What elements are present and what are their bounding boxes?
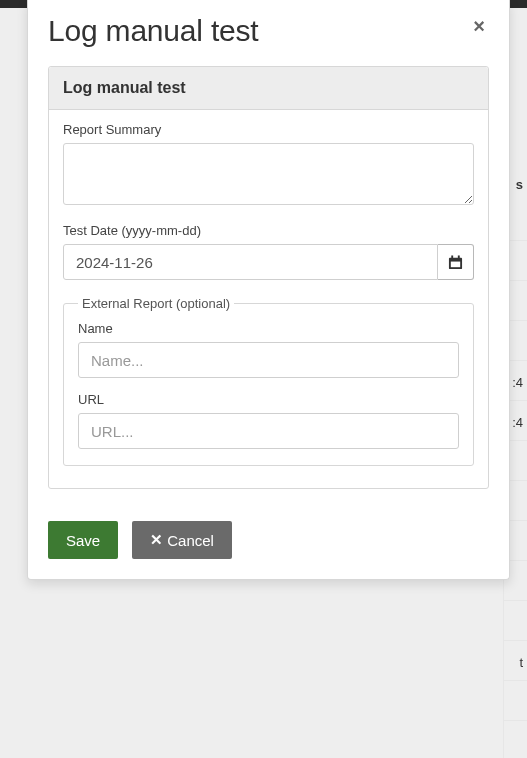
cancel-x-icon: ✕ bbox=[150, 531, 163, 549]
external-report-fieldset: External Report (optional) Name URL bbox=[63, 296, 474, 466]
form-panel: Log manual test Report Summary Test Date… bbox=[48, 66, 489, 489]
background-cell-fragment: t bbox=[519, 655, 523, 670]
cancel-button-label: Cancel bbox=[167, 532, 214, 549]
modal-footer: Save ✕ Cancel bbox=[28, 489, 509, 559]
test-date-label: Test Date (yyyy-mm-dd) bbox=[63, 223, 474, 238]
url-input[interactable] bbox=[78, 413, 459, 449]
close-icon: × bbox=[473, 15, 485, 37]
cancel-button[interactable]: ✕ Cancel bbox=[132, 521, 232, 559]
url-label: URL bbox=[78, 392, 459, 407]
svg-rect-3 bbox=[458, 255, 460, 259]
save-button-label: Save bbox=[66, 532, 100, 549]
background-cell-fragment: :4 bbox=[512, 415, 523, 430]
report-summary-group: Report Summary bbox=[63, 122, 474, 209]
test-date-group: Test Date (yyyy-mm-dd) bbox=[63, 223, 474, 280]
background-header-fragment: s bbox=[516, 177, 523, 192]
svg-rect-1 bbox=[451, 261, 460, 267]
background-cell-fragment: :4 bbox=[512, 375, 523, 390]
modal-body: Log manual test Report Summary Test Date… bbox=[28, 66, 509, 489]
panel-body: Report Summary Test Date (yyyy-mm-dd) bbox=[49, 110, 488, 488]
close-button[interactable]: × bbox=[469, 14, 489, 38]
date-picker-button[interactable] bbox=[438, 244, 474, 280]
svg-rect-2 bbox=[451, 255, 453, 259]
test-date-input[interactable] bbox=[63, 244, 438, 280]
name-group: Name bbox=[78, 321, 459, 378]
name-label: Name bbox=[78, 321, 459, 336]
name-input[interactable] bbox=[78, 342, 459, 378]
panel-heading: Log manual test bbox=[49, 67, 488, 110]
save-button[interactable]: Save bbox=[48, 521, 118, 559]
external-report-legend: External Report (optional) bbox=[78, 296, 234, 311]
report-summary-textarea[interactable] bbox=[63, 143, 474, 205]
report-summary-label: Report Summary bbox=[63, 122, 474, 137]
modal-header: Log manual test × bbox=[28, 0, 509, 66]
url-group: URL bbox=[78, 392, 459, 449]
log-manual-test-modal: Log manual test × Log manual test Report… bbox=[27, 0, 510, 580]
modal-title: Log manual test bbox=[48, 14, 258, 48]
calendar-icon bbox=[448, 255, 463, 270]
